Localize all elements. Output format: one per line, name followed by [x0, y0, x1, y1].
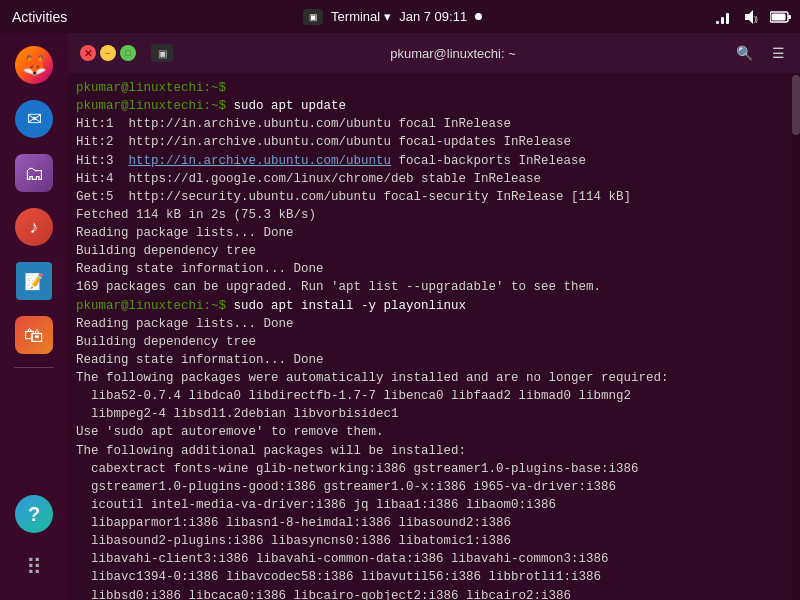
output-line: 169 packages can be upgraded. Run 'apt l…	[76, 278, 792, 296]
svg-rect-2	[726, 13, 729, 24]
output-line: Building dependency tree	[76, 333, 792, 351]
sidebar-bottom: ? ⠿	[10, 490, 58, 600]
terminal-close-button[interactable]: ✕	[80, 45, 96, 61]
terminal-taskbar-label[interactable]: Terminal ▾	[331, 9, 391, 24]
activities-button[interactable]: Activities	[8, 9, 71, 25]
terminal-window: ✕ − □ ▣ pkumar@linuxtechi: ~ 🔍 ☰ pkumar@…	[68, 33, 800, 600]
sidebar-item-help[interactable]: ?	[10, 490, 58, 538]
svg-rect-0	[716, 21, 719, 24]
sidebar-item-writer[interactable]: 📝	[10, 257, 58, 305]
output-line: Hit:1 http://in.archive.ubuntu.com/ubunt…	[76, 115, 792, 133]
terminal-minimize-button[interactable]: −	[100, 45, 116, 61]
sidebar-item-appgrid[interactable]: ⠿	[10, 544, 58, 592]
minimize-icon: −	[105, 48, 111, 59]
output-line: libavc1394-0:i386 libavcodec58:i386 liba…	[76, 568, 792, 586]
close-icon: ✕	[84, 48, 92, 59]
output-line: The following additional packages will b…	[76, 442, 792, 460]
output-line: libmpeg2-4 libsdl1.2debian libvorbisidec…	[76, 405, 792, 423]
output-line: pkumar@linuxtechi:~$ sudo apt install -y…	[76, 297, 792, 315]
terminal-content[interactable]: pkumar@linuxtechi:~$ pkumar@linuxtechi:~…	[68, 73, 800, 600]
output-line: gstreamer1.0-plugins-good:i386 gstreamer…	[76, 478, 792, 496]
sound-icon[interactable]: ) )	[742, 8, 760, 26]
network-icon[interactable]	[714, 8, 732, 26]
battery-icon[interactable]	[770, 10, 792, 24]
sidebar-divider	[14, 367, 54, 368]
terminal-maximize-button[interactable]: □	[120, 45, 136, 61]
topbar-right: ) )	[714, 8, 792, 26]
terminal-scrollbar[interactable]	[792, 73, 800, 600]
terminal-menu-button[interactable]: ☰	[764, 39, 792, 67]
svg-rect-1	[721, 17, 724, 24]
terminal-taskbar-icon: ▣	[303, 9, 323, 25]
output-line: Reading state information... Done	[76, 351, 792, 369]
output-line: Get:5 http://security.ubuntu.com/ubuntu …	[76, 188, 792, 206]
terminal-titlebar: ✕ − □ ▣ pkumar@linuxtechi: ~ 🔍 ☰	[68, 33, 800, 73]
output-line: Hit:4 https://dl.google.com/linux/chrome…	[76, 170, 792, 188]
output-line: liba52-0.7.4 libdca0 libdirectfb-1.7-7 l…	[76, 387, 792, 405]
topbar: Activities ▣ Terminal ▾ Jan 7 09:11 ) )	[0, 0, 800, 33]
topbar-left: Activities	[8, 9, 71, 25]
svg-text:): )	[756, 15, 758, 23]
terminal-title: pkumar@linuxtechi: ~	[182, 46, 724, 61]
output-line: Hit:2 http://in.archive.ubuntu.com/ubunt…	[76, 133, 792, 151]
scrollbar-thumb[interactable]	[792, 75, 800, 135]
output-line: Building dependency tree	[76, 242, 792, 260]
output-line: Reading package lists... Done	[76, 315, 792, 333]
output-line: Reading state information... Done	[76, 260, 792, 278]
output-line: libapparmor1:i386 libasn1-8-heimdal:i386…	[76, 514, 792, 532]
sidebar-item-files[interactable]: 🗂	[10, 149, 58, 197]
topbar-center: ▣ Terminal ▾ Jan 7 09:11	[303, 9, 482, 25]
svg-rect-7	[772, 13, 786, 20]
terminal-tab-icon: ▣	[148, 39, 176, 67]
output-line: pkumar@linuxtechi:~$ sudo apt update	[76, 97, 792, 115]
output-line: pkumar@linuxtechi:~$	[76, 79, 792, 97]
sidebar-item-rhythmbox[interactable]: ♪	[10, 203, 58, 251]
sidebar-item-thunderbird[interactable]: ✉	[10, 95, 58, 143]
maximize-icon: □	[125, 48, 130, 58]
svg-rect-8	[789, 15, 792, 19]
svg-marker-3	[745, 10, 753, 24]
output-line: icoutil intel-media-va-driver:i386 jq li…	[76, 496, 792, 514]
output-line: Hit:3 http://in.archive.ubuntu.com/ubunt…	[76, 152, 792, 170]
output-line: Reading package lists... Done	[76, 224, 792, 242]
output-line: libavahi-client3:i386 libavahi-common-da…	[76, 550, 792, 568]
notification-dot	[475, 13, 482, 20]
output-line: libasound2-plugins:i386 libasyncns0:i386…	[76, 532, 792, 550]
topbar-datetime: Jan 7 09:11	[399, 9, 467, 24]
sidebar-item-firefox[interactable]: 🦊	[10, 41, 58, 89]
output-line: libbsd0:i386 libcaca0:i386 libcairo-gobj…	[76, 587, 792, 601]
sidebar-item-appstore[interactable]: 🛍	[10, 311, 58, 359]
output-line: Use 'sudo apt autoremove' to remove them…	[76, 423, 792, 441]
terminal-search-button[interactable]: 🔍	[730, 39, 758, 67]
output-line: Fetched 114 kB in 2s (75.3 kB/s)	[76, 206, 792, 224]
sidebar: 🦊 ✉ 🗂 ♪ 📝 🛍 ? ⠿	[0, 33, 68, 600]
output-line: The following packages were automaticall…	[76, 369, 792, 387]
output-line: cabextract fonts-wine glib-networking:i3…	[76, 460, 792, 478]
